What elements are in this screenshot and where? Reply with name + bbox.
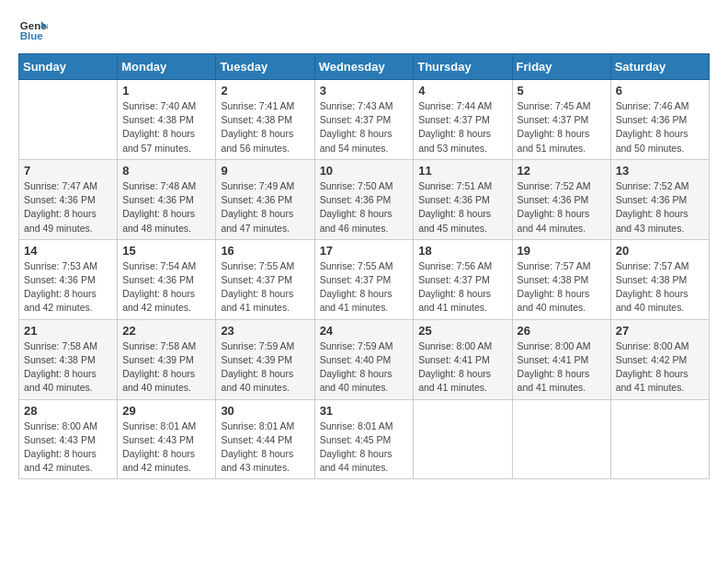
day-number: 24: [320, 324, 409, 338]
logo: General Blue: [18, 15, 48, 44]
day-number: 17: [320, 244, 409, 258]
day-info: Sunrise: 7:49 AM Sunset: 4:36 PM Dayligh…: [221, 179, 309, 236]
day-info: Sunrise: 8:01 AM Sunset: 4:43 PM Dayligh…: [122, 419, 210, 476]
day-header-thursday: Thursday: [414, 54, 512, 80]
calendar-week-2: 7Sunrise: 7:47 AM Sunset: 4:36 PM Daylig…: [19, 159, 710, 239]
calendar-cell: 7Sunrise: 7:47 AM Sunset: 4:36 PM Daylig…: [19, 159, 118, 239]
day-info: Sunrise: 8:00 AM Sunset: 4:41 PM Dayligh…: [418, 339, 506, 396]
calendar-cell: [19, 80, 118, 160]
day-header-sunday: Sunday: [19, 54, 118, 80]
calendar-cell: 27Sunrise: 8:00 AM Sunset: 4:42 PM Dayli…: [610, 319, 709, 399]
day-number: 7: [24, 164, 112, 178]
day-info: Sunrise: 8:00 AM Sunset: 4:41 PM Dayligh…: [518, 339, 606, 396]
day-number: 27: [616, 324, 704, 338]
day-info: Sunrise: 7:58 AM Sunset: 4:39 PM Dayligh…: [122, 339, 210, 396]
calendar-table: SundayMondayTuesdayWednesdayThursdayFrid…: [18, 53, 710, 479]
day-info: Sunrise: 8:00 AM Sunset: 4:43 PM Dayligh…: [24, 419, 112, 476]
calendar-cell: 8Sunrise: 7:48 AM Sunset: 4:36 PM Daylig…: [118, 159, 216, 239]
calendar-cell: 6Sunrise: 7:46 AM Sunset: 4:36 PM Daylig…: [610, 80, 709, 160]
day-info: Sunrise: 7:51 AM Sunset: 4:36 PM Dayligh…: [418, 179, 506, 236]
day-info: Sunrise: 7:46 AM Sunset: 4:36 PM Dayligh…: [616, 99, 704, 155]
calendar-cell: 2Sunrise: 7:41 AM Sunset: 4:38 PM Daylig…: [216, 80, 314, 160]
day-header-tuesday: Tuesday: [216, 54, 314, 80]
calendar-cell: 10Sunrise: 7:50 AM Sunset: 4:36 PM Dayli…: [314, 159, 414, 239]
calendar-cell: 23Sunrise: 7:59 AM Sunset: 4:39 PM Dayli…: [216, 319, 314, 399]
day-number: 29: [122, 404, 210, 418]
calendar-cell: [414, 399, 512, 479]
day-info: Sunrise: 7:43 AM Sunset: 4:37 PM Dayligh…: [320, 99, 409, 155]
day-number: 13: [616, 164, 704, 178]
day-info: Sunrise: 7:53 AM Sunset: 4:36 PM Dayligh…: [24, 259, 112, 316]
day-number: 10: [320, 164, 409, 178]
day-info: Sunrise: 7:41 AM Sunset: 4:38 PM Dayligh…: [221, 99, 309, 155]
day-info: Sunrise: 7:40 AM Sunset: 4:38 PM Dayligh…: [122, 99, 210, 155]
calendar-cell: 4Sunrise: 7:44 AM Sunset: 4:37 PM Daylig…: [414, 80, 512, 160]
day-info: Sunrise: 7:56 AM Sunset: 4:37 PM Dayligh…: [418, 259, 506, 316]
calendar-cell: 19Sunrise: 7:57 AM Sunset: 4:38 PM Dayli…: [512, 239, 610, 319]
day-info: Sunrise: 8:00 AM Sunset: 4:42 PM Dayligh…: [616, 339, 704, 396]
calendar-cell: 17Sunrise: 7:55 AM Sunset: 4:37 PM Dayli…: [314, 239, 414, 319]
day-info: Sunrise: 7:52 AM Sunset: 4:36 PM Dayligh…: [616, 179, 704, 236]
day-number: 15: [122, 244, 210, 258]
calendar-cell: 31Sunrise: 8:01 AM Sunset: 4:45 PM Dayli…: [314, 399, 414, 479]
day-number: 25: [418, 324, 506, 338]
calendar-cell: 15Sunrise: 7:54 AM Sunset: 4:36 PM Dayli…: [118, 239, 216, 319]
calendar-cell: 26Sunrise: 8:00 AM Sunset: 4:41 PM Dayli…: [512, 319, 610, 399]
day-number: 18: [418, 244, 506, 258]
calendar-cell: 9Sunrise: 7:49 AM Sunset: 4:36 PM Daylig…: [216, 159, 314, 239]
calendar-week-5: 28Sunrise: 8:00 AM Sunset: 4:43 PM Dayli…: [19, 399, 710, 479]
calendar-header-row: SundayMondayTuesdayWednesdayThursdayFrid…: [19, 54, 710, 80]
day-info: Sunrise: 8:01 AM Sunset: 4:44 PM Dayligh…: [221, 419, 309, 476]
day-number: 20: [616, 244, 704, 258]
day-info: Sunrise: 7:50 AM Sunset: 4:36 PM Dayligh…: [320, 179, 409, 236]
calendar-cell: 1Sunrise: 7:40 AM Sunset: 4:38 PM Daylig…: [118, 80, 216, 160]
day-number: 22: [122, 324, 210, 338]
day-number: 16: [221, 244, 309, 258]
calendar-cell: 14Sunrise: 7:53 AM Sunset: 4:36 PM Dayli…: [19, 239, 118, 319]
calendar-cell: 20Sunrise: 7:57 AM Sunset: 4:38 PM Dayli…: [610, 239, 709, 319]
calendar-cell: 28Sunrise: 8:00 AM Sunset: 4:43 PM Dayli…: [19, 399, 118, 479]
day-number: 5: [518, 84, 606, 98]
day-info: Sunrise: 7:57 AM Sunset: 4:38 PM Dayligh…: [616, 259, 704, 316]
day-info: Sunrise: 8:01 AM Sunset: 4:45 PM Dayligh…: [320, 419, 409, 476]
logo-icon: General Blue: [18, 15, 48, 44]
day-number: 3: [320, 84, 409, 98]
day-number: 30: [221, 404, 309, 418]
day-header-friday: Friday: [512, 54, 610, 80]
calendar-cell: 11Sunrise: 7:51 AM Sunset: 4:36 PM Dayli…: [414, 159, 512, 239]
calendar-cell: 16Sunrise: 7:55 AM Sunset: 4:37 PM Dayli…: [216, 239, 314, 319]
calendar-cell: 3Sunrise: 7:43 AM Sunset: 4:37 PM Daylig…: [314, 80, 414, 160]
calendar-cell: 25Sunrise: 8:00 AM Sunset: 4:41 PM Dayli…: [414, 319, 512, 399]
calendar-cell: 24Sunrise: 7:59 AM Sunset: 4:40 PM Dayli…: [314, 319, 414, 399]
day-info: Sunrise: 7:45 AM Sunset: 4:37 PM Dayligh…: [518, 99, 606, 155]
calendar-cell: 30Sunrise: 8:01 AM Sunset: 4:44 PM Dayli…: [216, 399, 314, 479]
day-number: 1: [122, 84, 210, 98]
day-number: 12: [518, 164, 606, 178]
calendar-cell: 13Sunrise: 7:52 AM Sunset: 4:36 PM Dayli…: [610, 159, 709, 239]
day-number: 19: [518, 244, 606, 258]
day-number: 9: [221, 164, 309, 178]
calendar-week-4: 21Sunrise: 7:58 AM Sunset: 4:38 PM Dayli…: [19, 319, 710, 399]
day-number: 23: [221, 324, 309, 338]
calendar-week-1: 1Sunrise: 7:40 AM Sunset: 4:38 PM Daylig…: [19, 80, 710, 160]
day-number: 4: [418, 84, 506, 98]
page-header: General Blue: [18, 15, 710, 44]
day-info: Sunrise: 7:52 AM Sunset: 4:36 PM Dayligh…: [518, 179, 606, 236]
calendar-cell: [512, 399, 610, 479]
day-info: Sunrise: 7:55 AM Sunset: 4:37 PM Dayligh…: [221, 259, 309, 316]
day-header-wednesday: Wednesday: [314, 54, 414, 80]
calendar-cell: 5Sunrise: 7:45 AM Sunset: 4:37 PM Daylig…: [512, 80, 610, 160]
day-info: Sunrise: 7:44 AM Sunset: 4:37 PM Dayligh…: [418, 99, 506, 155]
day-number: 2: [221, 84, 309, 98]
day-number: 28: [24, 404, 112, 418]
day-number: 8: [122, 164, 210, 178]
calendar-cell: 18Sunrise: 7:56 AM Sunset: 4:37 PM Dayli…: [414, 239, 512, 319]
calendar-week-3: 14Sunrise: 7:53 AM Sunset: 4:36 PM Dayli…: [19, 239, 710, 319]
day-info: Sunrise: 7:57 AM Sunset: 4:38 PM Dayligh…: [518, 259, 606, 316]
day-info: Sunrise: 7:59 AM Sunset: 4:39 PM Dayligh…: [221, 339, 309, 396]
calendar-cell: 22Sunrise: 7:58 AM Sunset: 4:39 PM Dayli…: [118, 319, 216, 399]
day-info: Sunrise: 7:47 AM Sunset: 4:36 PM Dayligh…: [24, 179, 112, 236]
day-info: Sunrise: 7:59 AM Sunset: 4:40 PM Dayligh…: [320, 339, 409, 396]
day-number: 31: [320, 404, 409, 418]
day-number: 11: [418, 164, 506, 178]
